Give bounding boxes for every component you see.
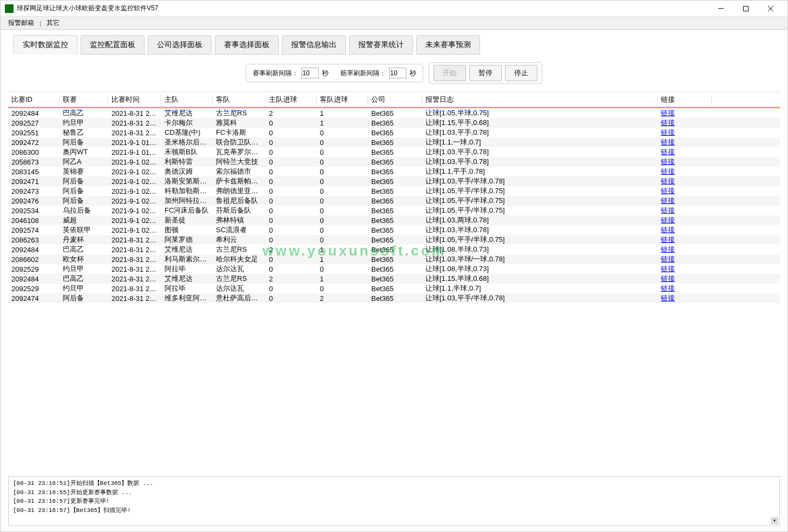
cell: 2 <box>266 246 317 254</box>
log-line: [08-31 23:16:51]开始扫描【Bet365】数据 ... <box>13 479 775 488</box>
table-row[interactable]: 2092527约旦甲2021-8-31 22:...卡尔梅尔雅莫科01Bet36… <box>8 118 780 128</box>
stop-button[interactable]: 停止 <box>505 65 537 81</box>
cell: 2021-9-1 02:00 <box>108 197 161 205</box>
cell: 0 <box>266 197 317 205</box>
link-cell[interactable]: 链接 <box>658 128 712 137</box>
cell: 瓦克蒂罗尔B队 <box>213 147 266 157</box>
cell: 0 <box>317 197 368 205</box>
table-row[interactable]: 2086602欧女杯2021-8-31 23:...利马斯素尔女足哈尔科夫女足0… <box>8 254 780 264</box>
cell: 约旦甲 <box>60 264 108 274</box>
cell: 2092484 <box>8 275 60 283</box>
table-scroll[interactable]: 2092484巴高乙2021-8-31 22:...艾维尼达古兰尼RS21Bet… <box>8 107 780 473</box>
cell: 利斯特雷 <box>161 157 213 167</box>
table-headers: 比赛ID联赛比赛时间主队客队主队进球客队进球公司报警日志链接 <box>8 92 780 107</box>
table-row[interactable]: 2092534乌拉后备2021-9-1 02:00FC河床后备队芬斯后备队00B… <box>8 206 780 215</box>
table-body: 2092484巴高乙2021-8-31 22:...艾维尼达古兰尼RS21Bet… <box>8 107 780 303</box>
link-cell[interactable]: 链接 <box>658 118 712 128</box>
col-header-0[interactable]: 比赛ID <box>8 95 60 104</box>
col-header-6[interactable]: 客队进球 <box>317 95 368 104</box>
link-cell[interactable]: 链接 <box>658 206 712 215</box>
link-cell[interactable]: 链接 <box>658 196 712 206</box>
cell: 洛斯安第斯后备... <box>161 176 213 186</box>
link-cell[interactable]: 链接 <box>658 264 712 274</box>
link-cell[interactable]: 链接 <box>658 293 712 303</box>
cell: 0 <box>266 285 317 293</box>
scroll-down-icon[interactable]: ▾ <box>771 517 778 524</box>
content-area: 赛事刷新间隔： 秒 赔率刷新间隔： 秒 开始 暂停 停止 比赛ID联赛比赛时间主… <box>1 55 787 473</box>
link-cell[interactable]: 链接 <box>658 235 712 245</box>
link-cell[interactable]: 链接 <box>658 108 712 118</box>
cell: 秘鲁乙 <box>60 128 108 137</box>
link-cell[interactable]: 链接 <box>658 274 712 284</box>
link-cell[interactable]: 链接 <box>658 157 712 167</box>
cell: Bet365 <box>368 294 422 303</box>
col-header-9[interactable]: 链接 <box>658 95 712 104</box>
table-row[interactable]: 2092484巴高乙2021-8-31 22:...艾维尼达古兰尼RS21Bet… <box>8 108 780 118</box>
link-cell[interactable]: 链接 <box>658 245 712 254</box>
cell: Bet365 <box>368 158 422 166</box>
table-row[interactable]: 2086300奥丙WT2021-9-1 01:30禾顿斯B队瓦克蒂罗尔B队00B… <box>8 147 780 157</box>
link-cell[interactable]: 链接 <box>658 254 712 264</box>
col-header-4[interactable]: 客队 <box>213 95 266 104</box>
cell: Bet365 <box>368 139 422 147</box>
maximize-button[interactable] <box>733 1 758 17</box>
table-row[interactable]: 2092474阿后备2021-8-31 22:...维多利亚阿里纳...意杜萨高… <box>8 293 780 303</box>
tab-2[interactable]: 公司选择面板 <box>148 35 212 55</box>
table-row[interactable]: 2092551秘鲁乙2021-8-31 23:...CD基隆(中)FC卡洛斯00… <box>8 128 780 137</box>
link-cell[interactable]: 链接 <box>658 284 712 293</box>
tab-4[interactable]: 报警信息输出 <box>282 35 346 55</box>
col-header-1[interactable]: 联赛 <box>60 95 108 104</box>
cell: 0 <box>266 168 317 176</box>
log-area[interactable]: [08-31 23:16:51]开始扫描【Bet365】数据 ...[08-31… <box>8 476 780 526</box>
tab-5[interactable]: 报警赛果统计 <box>349 35 413 55</box>
pause-button[interactable]: 暂停 <box>469 65 502 81</box>
tab-3[interactable]: 赛事选择面板 <box>215 35 279 55</box>
cell: 2021-9-1 02:00 <box>108 158 161 166</box>
table-row[interactable]: 2092529约旦甲2021-8-31 22:...阿拉毕达尔达瓦00Bet36… <box>8 264 780 274</box>
cell: Bet365 <box>368 129 422 137</box>
cell: 2 <box>317 294 368 303</box>
table-row[interactable]: 2092476阿后备2021-9-1 02:00加州阿特拉斯后...鲁祖尼后备队… <box>8 196 780 206</box>
table-row[interactable]: 2092484巴高乙2021-8-31 22:...艾维尼达古兰尼RS21Bet… <box>8 274 780 284</box>
tab-row: 实时数据监控监控配置面板公司选择面板赛事选择面板报警信息输出报警赛果统计未来赛事… <box>1 30 787 55</box>
col-header-7[interactable]: 公司 <box>368 95 422 104</box>
titlebar: 球探网足球让球大小球欧赔变盘变水监控软件V57 <box>1 1 787 17</box>
menu-alarm-email[interactable]: 报警邮箱 <box>5 17 37 29</box>
table-row[interactable]: 2092471阿后备2021-9-1 02:00洛斯安第斯后备...萨卡兹斯帕斯… <box>8 176 780 186</box>
odds-refresh-spinner[interactable] <box>389 68 406 78</box>
cell: Bet365 <box>368 265 422 273</box>
close-button[interactable] <box>758 1 783 17</box>
close-icon <box>768 6 773 11</box>
link-cell[interactable]: 链接 <box>658 147 712 157</box>
tab-6[interactable]: 未来赛事预测 <box>416 35 480 55</box>
link-cell[interactable]: 链接 <box>658 186 712 196</box>
cell: 让球[1.05,平手/半球,0.75] <box>422 206 658 215</box>
col-header-8[interactable]: 报警日志 <box>422 95 658 104</box>
table-row[interactable]: 2092484巴高乙2021-8-31 22:...艾维尼达古兰尼RS21Bet… <box>8 245 780 254</box>
cell: 萨卡兹斯帕斯后... <box>213 176 266 186</box>
col-header-2[interactable]: 比赛时间 <box>108 95 161 104</box>
cell: 2021-9-1 02:00 <box>108 207 161 215</box>
link-cell[interactable]: 链接 <box>658 176 712 186</box>
col-header-5[interactable]: 主队进球 <box>266 95 317 104</box>
link-cell[interactable]: 链接 <box>658 215 712 225</box>
table-row[interactable]: 2083145英锦赛2021-9-1 02:00奥德汉姆索尔福德市00Bet36… <box>8 167 780 176</box>
link-cell[interactable]: 链接 <box>658 167 712 176</box>
match-refresh-spinner[interactable] <box>301 68 319 78</box>
cell: 2058673 <box>8 158 60 166</box>
table-row[interactable]: 2086263丹麦杯2021-8-31 23:...阿莱罗德希利云00Bet36… <box>8 235 780 245</box>
tab-0[interactable]: 实时数据监控 <box>14 35 77 55</box>
table-row[interactable]: 2046108威超2021-9-1 02:45新圣徒弗林特镇00Bet365让球… <box>8 215 780 225</box>
menu-other[interactable]: 其它 <box>43 17 63 29</box>
table-row[interactable]: 2092472阿后备2021-9-1 01:00圣米格尔后备队联合防卫队后备..… <box>8 137 780 147</box>
table-row[interactable]: 2058673阿乙A2021-9-1 02:00利斯特雷阿特兰大竞技00Bet3… <box>8 157 780 167</box>
table-row[interactable]: 2092529约旦甲2021-8-31 22:...阿拉毕达尔达瓦00Bet36… <box>8 284 780 293</box>
table-row[interactable]: 2092473阿后备2021-9-1 02:00科勒加勒斯后备...弗朗德里亚后… <box>8 186 780 196</box>
minimize-button[interactable] <box>708 1 733 17</box>
link-cell[interactable]: 链接 <box>658 225 712 235</box>
tab-1[interactable]: 监控配置面板 <box>81 35 145 55</box>
link-cell[interactable]: 链接 <box>658 137 712 147</box>
start-button[interactable]: 开始 <box>434 65 466 81</box>
table-row[interactable]: 2092574英依联甲2021-9-1 02:45图顿SC流浪者00Bet365… <box>8 225 780 235</box>
col-header-3[interactable]: 主队 <box>161 95 213 104</box>
